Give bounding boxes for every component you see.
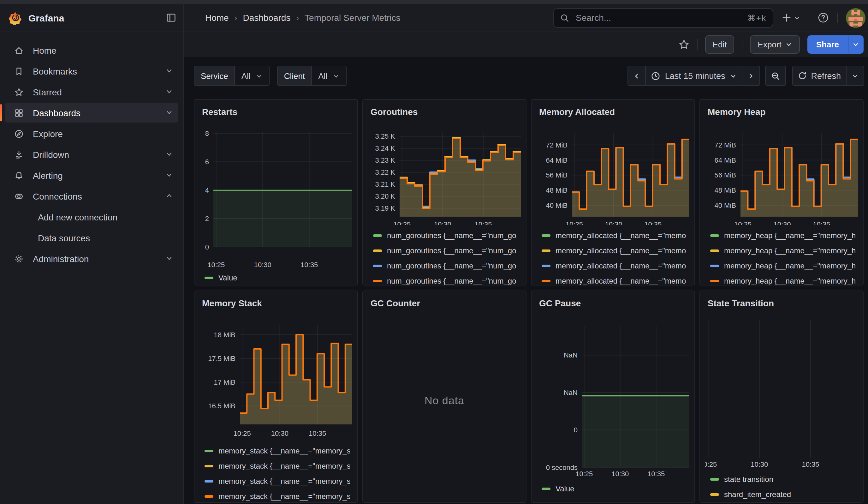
- breadcrumb-dashboards[interactable]: Dashboards: [243, 13, 290, 23]
- legend-item: memory_heap {__name__="memory_h: [710, 258, 855, 273]
- dashboard-toolbar: Edit Export Share: [184, 32, 868, 58]
- sidebar-item-connections[interactable]: Connections: [5, 186, 178, 206]
- top-nav: Grafana Home › Dashboards › Temporal Ser…: [0, 4, 868, 32]
- panel-title[interactable]: Memory Stack: [199, 296, 352, 309]
- legend-label[interactable]: memory_stack {__name__="memory_s: [218, 446, 350, 455]
- user-avatar[interactable]: [846, 8, 866, 28]
- panel-title[interactable]: Restarts: [199, 105, 352, 117]
- legend-item: memory_stack {__name__="memory_s: [205, 474, 350, 489]
- legend-swatch-icon: [373, 279, 382, 282]
- y-tick-label: 16.5 MiB: [208, 402, 236, 410]
- legend-label[interactable]: memory_heap {__name__="memory_h: [724, 261, 855, 270]
- sidebar-item-drilldown[interactable]: Drilldown: [5, 145, 178, 164]
- chart[interactable]: 10:2510:3010:353.25 K3.24 K3.23 K3.22 K3…: [368, 127, 522, 225]
- new-menu-button[interactable]: [782, 13, 800, 23]
- bell-icon: [14, 170, 24, 180]
- breadcrumb-home[interactable]: Home: [205, 13, 229, 23]
- sidebar-item-add-new-connection[interactable]: Add new connection: [5, 207, 178, 227]
- help-button[interactable]: [817, 12, 829, 23]
- legend-label[interactable]: memory_heap {__name__="memory_h: [724, 246, 855, 255]
- edit-button[interactable]: Edit: [705, 35, 734, 53]
- legend-label[interactable]: num_goroutines {__name__="num_go: [387, 231, 516, 240]
- chevron-down-icon[interactable]: [165, 170, 173, 180]
- legend-label[interactable]: num_goroutines {__name__="num_go: [387, 246, 516, 255]
- legend-item: memory_stack {__name__="memory_s: [205, 459, 350, 474]
- export-button[interactable]: Export: [750, 35, 800, 53]
- y-tick-label: 17 MiB: [214, 379, 236, 387]
- sidebar-item-starred[interactable]: Starred: [5, 82, 178, 102]
- legend-label[interactable]: memory_stack {__name__="memory_s: [218, 462, 350, 471]
- legend-label[interactable]: memory_stack {__name__="memory_s: [218, 492, 350, 501]
- legend-label[interactable]: memory_allocated {__name__="memo: [556, 231, 686, 240]
- chart[interactable]: 10:2510:3010:35: [705, 319, 859, 469]
- sidebar-item-dashboards[interactable]: Dashboards: [5, 103, 178, 123]
- dock-menu-icon[interactable]: [165, 12, 177, 23]
- panel-title[interactable]: Memory Allocated: [537, 105, 689, 117]
- legend-item: Value: [541, 481, 687, 496]
- legend-label[interactable]: memory_stack {__name__="memory_s: [218, 477, 350, 486]
- sidebar-item-alerting[interactable]: Alerting: [5, 165, 178, 185]
- chevron-down-icon[interactable]: [165, 87, 173, 97]
- legend-label[interactable]: memory_allocated {__name__="memo: [556, 276, 686, 285]
- chart[interactable]: 10:2510:3010:3586420: [199, 127, 353, 267]
- main-content: Edit Export Share Service All: [184, 32, 868, 504]
- legend-label[interactable]: memory_allocated {__name__="memo: [556, 246, 686, 255]
- service-filter-value[interactable]: All: [235, 66, 269, 85]
- sidebar-item-administration[interactable]: Administration: [5, 249, 178, 268]
- client-filter-value[interactable]: All: [312, 66, 345, 85]
- legend-label[interactable]: num_goroutines {__name__="num_go: [387, 261, 516, 270]
- chart[interactable]: 10:2510:3010:3572 MiB64 MiB56 MiB48 MiB4…: [537, 127, 691, 225]
- time-range-picker[interactable]: Last 15 minutes: [646, 66, 742, 86]
- chevron-down-icon[interactable]: [165, 150, 173, 160]
- chevron-up-icon[interactable]: [165, 191, 173, 201]
- legend-label[interactable]: num_goroutines {__name__="num_go: [387, 276, 516, 285]
- legend-label[interactable]: Value: [556, 484, 575, 493]
- chevron-down-icon[interactable]: [165, 108, 173, 118]
- time-back-button[interactable]: [628, 66, 646, 86]
- y-tick-label: 72 MiB: [546, 141, 568, 149]
- sidebar-item-label: Bookmarks: [33, 66, 77, 76]
- x-tick-label: 10:25: [734, 220, 752, 225]
- sidebar-item-explore[interactable]: Explore: [5, 124, 178, 143]
- search-input[interactable]: [575, 12, 742, 23]
- legend-item: num_goroutines {__name__="num_go: [373, 258, 518, 273]
- sidebar-item-data-sources[interactable]: Data sources: [5, 228, 178, 248]
- panel-title[interactable]: Memory Heap: [705, 105, 858, 117]
- sidebar-item-home[interactable]: Home: [5, 40, 178, 60]
- chart[interactable]: 10:2510:3010:35NaNNaN00 seconds: [537, 319, 691, 478]
- y-tick-label: 40 MiB: [546, 202, 568, 209]
- chart[interactable]: 10:2510:3010:3572 MiB64 MiB56 MiB48 MiB4…: [705, 127, 859, 225]
- sidebar-item-label: Connections: [33, 191, 82, 201]
- panel-legend: memory_stack {__name__="memory_smemory_s…: [199, 440, 352, 502]
- refresh-group: Refresh: [792, 66, 864, 86]
- legend-label[interactable]: memory_allocated {__name__="memo: [556, 261, 686, 270]
- x-tick-label: 10:30: [751, 460, 768, 468]
- legend-label[interactable]: shard_item_created: [724, 490, 791, 499]
- refresh-button[interactable]: Refresh: [792, 66, 847, 86]
- legend-label[interactable]: memory_heap {__name__="memory_h: [724, 276, 855, 285]
- chevron-down-icon[interactable]: [165, 254, 173, 264]
- panel-title[interactable]: GC Pause: [537, 296, 689, 309]
- panel-legend: state transitionshard_item_created: [705, 469, 858, 502]
- share-menu-button[interactable]: [848, 35, 864, 53]
- zoom-out-button[interactable]: [765, 66, 786, 86]
- y-tick-label: 8: [205, 130, 209, 138]
- sidebar-item-label: Data sources: [38, 233, 90, 243]
- refresh-interval-button[interactable]: [847, 66, 864, 86]
- legend-label[interactable]: memory_heap {__name__="memory_h: [724, 231, 855, 240]
- favorite-star-button[interactable]: [679, 39, 689, 50]
- panel-title[interactable]: State Transition: [705, 296, 858, 309]
- time-forward-button[interactable]: [742, 66, 760, 86]
- panel-grid: Restarts10:2510:3010:3586420ValueGorouti…: [194, 99, 868, 503]
- panel-title[interactable]: GC Counter: [368, 296, 521, 309]
- legend-label[interactable]: Value: [218, 274, 237, 282]
- chevron-down-icon[interactable]: [165, 66, 173, 76]
- sidebar-item-bookmarks[interactable]: Bookmarks: [5, 61, 178, 81]
- search-input-container[interactable]: ⌘+k: [553, 8, 773, 28]
- grafana-logo-icon[interactable]: [9, 11, 22, 24]
- legend-label[interactable]: state transition: [724, 475, 773, 484]
- share-button[interactable]: Share: [807, 35, 848, 53]
- chart[interactable]: 10:2510:3010:3518 MiB17.5 MiB17 MiB16.5 …: [199, 319, 353, 440]
- legend-swatch-icon: [710, 279, 719, 282]
- panel-title[interactable]: Goroutines: [368, 105, 521, 117]
